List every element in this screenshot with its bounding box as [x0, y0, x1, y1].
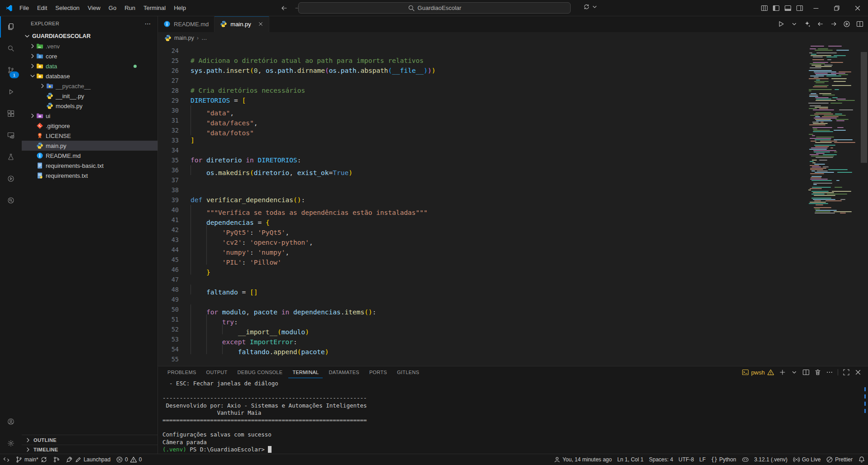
statusbar-cursor-position[interactable]: Ln 1, Col 1 — [615, 454, 646, 465]
menu-go[interactable]: Go — [105, 0, 120, 16]
kill-terminal-button[interactable] — [814, 369, 821, 376]
activitybar-settings[interactable] — [0, 432, 22, 454]
toggle-layout-panel-button[interactable] — [782, 0, 794, 16]
statusbar-prettier[interactable]: Prettier — [823, 454, 855, 465]
breadcrumb[interactable]: main.py›… — [158, 32, 868, 44]
minimap-line — [808, 179, 847, 180]
statusbar-copilot[interactable] — [739, 454, 752, 465]
new-terminal-button[interactable] — [779, 369, 786, 376]
minimap-seg — [809, 149, 827, 150]
tree-item-models-py[interactable]: models.py — [22, 101, 157, 111]
tree-item-ui[interactable]: ui — [22, 111, 157, 121]
statusbar-python-interpreter[interactable]: 3.12.1 (.venv) — [752, 454, 790, 465]
menu-terminal[interactable]: Terminal — [139, 0, 170, 16]
chevron-small-button[interactable] — [791, 20, 798, 28]
breadcrumb-file[interactable]: main.py — [174, 35, 194, 41]
activitybar-accounts[interactable] — [0, 411, 22, 432]
back-arrow-icon[interactable] — [281, 5, 288, 12]
tree-item-license[interactable]: LICENSE — [22, 131, 157, 141]
statusbar-remote-indicator[interactable] — [0, 454, 13, 465]
section-timeline[interactable]: TIMELINE — [22, 445, 157, 454]
close-tab-icon[interactable] — [258, 21, 263, 27]
tree-item-core[interactable]: core — [22, 51, 157, 61]
tab-readme-md[interactable]: README.md — [158, 16, 215, 32]
section-outline[interactable]: OUTLINE — [22, 435, 157, 445]
tab-main-py[interactable]: main.py — [215, 16, 269, 32]
statusbar-annotation[interactable]: You, 14 minutes ago — [551, 454, 615, 465]
token: dirname — [297, 67, 325, 74]
editor-scrollbar[interactable] — [861, 44, 867, 366]
maximize-panel-button[interactable] — [843, 369, 850, 376]
split-editor-button[interactable] — [856, 20, 863, 28]
activitybar-search[interactable] — [0, 38, 22, 59]
menu-selection[interactable]: Selection — [51, 0, 83, 16]
close-panel-button[interactable] — [854, 369, 862, 376]
minimap[interactable] — [808, 44, 847, 214]
statusbar-indentation[interactable]: Spaces: 4 — [646, 454, 676, 465]
panel-tab-ports[interactable]: PORTS — [365, 366, 391, 378]
restore-button[interactable] — [826, 0, 847, 16]
tree-root-guardiaoescolar[interactable]: GUARDIAOESCOLAR — [22, 31, 157, 41]
tree-item-data[interactable]: data — [22, 61, 157, 71]
tree-item-main-py[interactable]: main.py — [22, 141, 157, 151]
tree-item-requirements-basic-txt[interactable]: requirements-basic.txt — [22, 161, 157, 171]
toggle-layout-sidebar-right-button[interactable] — [794, 0, 806, 16]
minimap-seg — [816, 120, 832, 121]
statusbar-language-mode[interactable]: {}Python — [708, 454, 739, 465]
activitybar-gitlens[interactable] — [0, 168, 22, 190]
minimize-button[interactable] — [806, 0, 826, 16]
statusbar-eol[interactable]: LF — [696, 454, 708, 465]
statusbar-git-branch[interactable]: main* — [13, 454, 50, 465]
terminal-output[interactable]: - ESC: Fechar janelas de diálogo -------… — [158, 378, 868, 454]
close-window-button[interactable] — [847, 0, 868, 16]
menu-help[interactable]: Help — [170, 0, 190, 16]
statusbar-git-graph[interactable] — [50, 454, 63, 465]
statusbar-launchpad[interactable]: Launchpad — [63, 454, 113, 465]
terminal-more-actions[interactable] — [826, 369, 833, 376]
menu-edit[interactable]: Edit — [33, 0, 51, 16]
terminal-profile-dropdown[interactable] — [791, 369, 798, 376]
tree-item-readme-md[interactable]: README.md — [22, 151, 157, 161]
menu-file[interactable]: File — [15, 0, 33, 16]
command-center-search[interactable]: GuardiaoEscolar — [298, 2, 571, 14]
panel-tab-gitlens[interactable]: GITLENS — [393, 366, 423, 378]
code-editor[interactable]: 2425# Adiciona o diretório atual ao path… — [158, 44, 868, 366]
back-button[interactable] — [817, 20, 824, 28]
activitybar-source-control[interactable]: 1 — [0, 59, 22, 81]
panel-tab-datamates[interactable]: DATAMATES — [324, 366, 363, 378]
statusbar-problems[interactable]: 00 — [113, 454, 144, 465]
statusbar-go-live[interactable]: Go Live — [790, 454, 823, 465]
tree-item-database[interactable]: database — [22, 71, 157, 81]
panel-tab-terminal[interactable]: TERMINAL — [288, 366, 323, 378]
tree-item--gitignore[interactable]: .gitignore — [22, 121, 157, 131]
split-terminal-button[interactable] — [802, 369, 810, 376]
panel-tab-debug-console[interactable]: DEBUG CONSOLE — [234, 366, 287, 378]
statusbar-notifications[interactable] — [855, 454, 868, 465]
statusbar-encoding[interactable]: UTF-8 — [676, 454, 696, 465]
activitybar-remote-explorer[interactable] — [0, 124, 22, 146]
tree-item--pycache-[interactable]: __pycache__ — [22, 81, 157, 91]
tree-item--init-py[interactable]: __init__.py — [22, 91, 157, 101]
scrollbar-thumb[interactable] — [861, 52, 867, 163]
activitybar-testing[interactable] — [0, 146, 22, 168]
tree-item-requirements-txt[interactable]: requirements.txt — [22, 171, 157, 180]
run-button[interactable] — [777, 20, 785, 28]
tree-item--venv[interactable]: .venv — [22, 41, 157, 51]
menu-run[interactable]: Run — [120, 0, 139, 16]
sync-status-button[interactable] — [583, 3, 598, 10]
activitybar-extensions[interactable] — [0, 103, 22, 124]
activitybar-run-debug[interactable] — [0, 81, 22, 103]
menu-view[interactable]: View — [84, 0, 105, 16]
toggle-layout-sidebar-left-button[interactable] — [770, 0, 782, 16]
panel-tab-problems[interactable]: PROBLEMS — [163, 366, 200, 378]
activitybar-explorer[interactable] — [0, 16, 22, 38]
activitybar-code-inspect[interactable] — [0, 190, 22, 211]
explorer-more-actions[interactable]: ⋯ — [145, 20, 151, 27]
terminal-shell-label[interactable]: pwsh — [742, 369, 774, 376]
forward-button[interactable] — [830, 20, 837, 28]
sparkle-button[interactable] — [804, 20, 811, 28]
breadcrumb-more[interactable]: … — [201, 35, 207, 41]
panel-tab-output[interactable]: OUTPUT — [202, 366, 232, 378]
gitlens-button[interactable] — [843, 20, 850, 28]
toggle-layout-grid-button[interactable] — [758, 0, 770, 16]
